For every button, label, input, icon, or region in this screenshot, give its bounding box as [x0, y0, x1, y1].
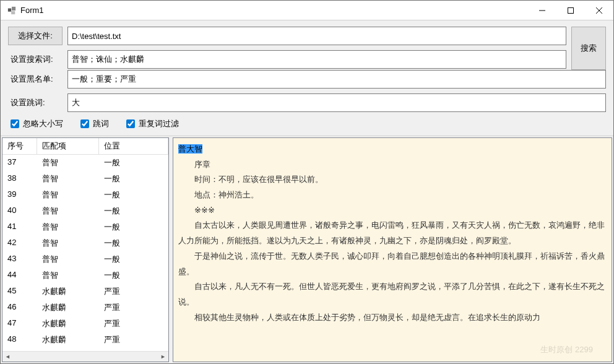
list-hscrollbar[interactable]: ◄ ►	[2, 351, 168, 362]
cell-seq: 47	[2, 316, 37, 332]
file-path-input[interactable]	[67, 27, 566, 45]
blacklist-label: 设置黑名单:	[8, 74, 63, 85]
text-preview[interactable]: 普大智 序章时间：不明，应该在很早很早以前。地点：神州浩土。※※※自太古以来，人…	[173, 137, 612, 362]
svg-rect-1	[12, 6, 15, 10]
list-row[interactable]: 38普智一般	[2, 171, 168, 187]
cell-match: 普智	[37, 203, 99, 219]
preview-line: 自古以来，凡人无不有一死。但世人皆恶死爱生，更有地府阎罗之说，平添了几分苦惧，在…	[178, 279, 607, 310]
cell-pos: 一般	[99, 251, 168, 267]
app-icon	[7, 6, 17, 15]
ignore-case-label: 忽略大小写	[23, 118, 63, 129]
col-seq[interactable]: 序号	[2, 138, 37, 154]
dedup-filter-label: 重复词过滤	[139, 118, 179, 129]
cell-seq: 43	[2, 251, 37, 267]
cell-seq: 46	[2, 300, 37, 316]
select-file-button[interactable]: 选择文件:	[8, 27, 63, 45]
cell-match: 水麒麟	[37, 300, 99, 316]
cell-match: 普智	[37, 235, 99, 251]
cell-seq: 48	[2, 332, 37, 348]
list-row[interactable]: 41普智一般	[2, 219, 168, 235]
cell-pos: 一般	[99, 267, 168, 284]
list-row[interactable]: 39普智一般	[2, 187, 168, 203]
preview-line: 自太古以来，人类眼见周遭世界，诸般奇异之事，电闪雷鸣，狂风暴雨，又有天灾人祸，伤…	[178, 218, 607, 248]
search-terms-label: 设置搜索词:	[8, 54, 63, 65]
inputs-panel: 选择文件: 设置搜索词: 搜索	[1, 20, 613, 70]
cell-pos: 一般	[99, 171, 168, 187]
svg-rect-4	[568, 7, 574, 13]
skip-words-input[interactable]	[67, 93, 606, 112]
preview-line: 时间：不明，应该在很早很早以前。	[178, 172, 607, 188]
cell-match: 水麒麟	[37, 316, 99, 332]
cell-seq: 38	[2, 171, 37, 187]
cell-pos: 一般	[99, 203, 168, 219]
results-list: 序号 匹配项 位置 37普智一般38普智一般39普智一般40普智一般41普智一般…	[2, 137, 169, 362]
close-button[interactable]	[585, 1, 613, 20]
cell-match: 普智	[37, 267, 99, 284]
svg-rect-2	[11, 11, 15, 14]
list-row[interactable]: 43普智一般	[2, 251, 168, 267]
cell-seq: 37	[2, 155, 37, 171]
svg-rect-0	[8, 8, 11, 11]
list-row[interactable]: 40普智一般	[2, 203, 168, 219]
maximize-button[interactable]	[556, 1, 585, 20]
cell-match: 水麒麟	[37, 332, 99, 348]
blacklist-input[interactable]	[67, 70, 606, 89]
search-button[interactable]: 搜索	[571, 27, 606, 70]
preview-line: 序章	[178, 157, 607, 173]
split-pane: 序号 匹配项 位置 37普智一般38普智一般39普智一般40普智一般41普智一般…	[1, 136, 613, 363]
scroll-left-icon[interactable]: ◄	[2, 352, 13, 362]
highlight: 普大智	[178, 144, 202, 154]
list-row[interactable]: 42普智一般	[2, 235, 168, 251]
cell-pos: 一般	[99, 155, 168, 171]
cell-seq: 42	[2, 235, 37, 251]
list-row[interactable]: 47水麒麟严重	[2, 316, 168, 332]
titlebar: Form1	[1, 1, 613, 20]
cell-seq: 40	[2, 203, 37, 219]
dedup-filter-checkbox[interactable]: 重复词过滤	[126, 118, 179, 129]
window-title: Form1	[20, 6, 528, 15]
cell-pos: 一般	[99, 219, 168, 235]
cell-match: 普智	[37, 171, 99, 187]
skip-words-check-label: 跳词	[93, 118, 109, 129]
cell-seq: 44	[2, 267, 37, 284]
skip-words-checkbox[interactable]: 跳词	[80, 118, 109, 129]
cell-pos: 严重	[99, 300, 168, 316]
list-row[interactable]: 46水麒麟严重	[2, 300, 168, 316]
list-row[interactable]: 44普智一般	[2, 267, 168, 284]
cell-seq: 41	[2, 219, 37, 235]
col-pos[interactable]: 位置	[99, 138, 168, 154]
skip-words-label: 设置跳词:	[8, 97, 63, 108]
preview-line: 于是神仙之说，流传于世。无数人类子民，诚心叩拜，向着自己臆想创造出的各种神明顶礼…	[178, 249, 607, 279]
cell-match: 水麒麟	[37, 284, 99, 300]
search-terms-input[interactable]	[67, 50, 566, 69]
list-header: 序号 匹配项 位置	[2, 138, 168, 155]
list-row[interactable]: 48水麒麟严重	[2, 332, 168, 348]
cell-seq: 45	[2, 284, 37, 300]
cell-pos: 严重	[99, 332, 168, 348]
cell-seq: 39	[2, 187, 37, 203]
cell-pos: 严重	[99, 284, 168, 300]
minimize-button[interactable]	[528, 1, 556, 20]
window: Form1 选择文件: 设置搜索词: 搜索 设置黑名单: 设置跳词: 忽略大	[0, 0, 614, 364]
watermark: 生时原创 2299	[540, 342, 593, 358]
cell-pos: 一般	[99, 187, 168, 203]
preview-line: 相较其他生灵物种，人类或在体质上处于劣势，但万物灵长，却是绝无虚言。在追求长生的…	[178, 310, 607, 326]
cell-match: 普智	[37, 155, 99, 171]
cell-pos: 严重	[99, 316, 168, 332]
cell-pos: 一般	[99, 235, 168, 251]
cell-match: 普智	[37, 251, 99, 267]
col-match[interactable]: 匹配项	[37, 138, 99, 154]
scroll-right-icon[interactable]: ►	[158, 352, 168, 362]
cell-match: 普智	[37, 187, 99, 203]
preview-line: 地点：神州浩土。	[178, 188, 607, 203]
cell-match: 普智	[37, 219, 99, 235]
list-row[interactable]: 45水麒麟严重	[2, 284, 168, 300]
search-button-label: 搜索	[581, 43, 597, 54]
list-body[interactable]: 37普智一般38普智一般39普智一般40普智一般41普智一般42普智一般43普智…	[2, 155, 168, 351]
ignore-case-checkbox[interactable]: 忽略大小写	[11, 118, 63, 129]
checkbox-row: 忽略大小写 跳词 重复词过滤	[1, 112, 613, 136]
preview-line: ※※※	[178, 203, 607, 219]
list-row[interactable]: 37普智一般	[2, 155, 168, 171]
